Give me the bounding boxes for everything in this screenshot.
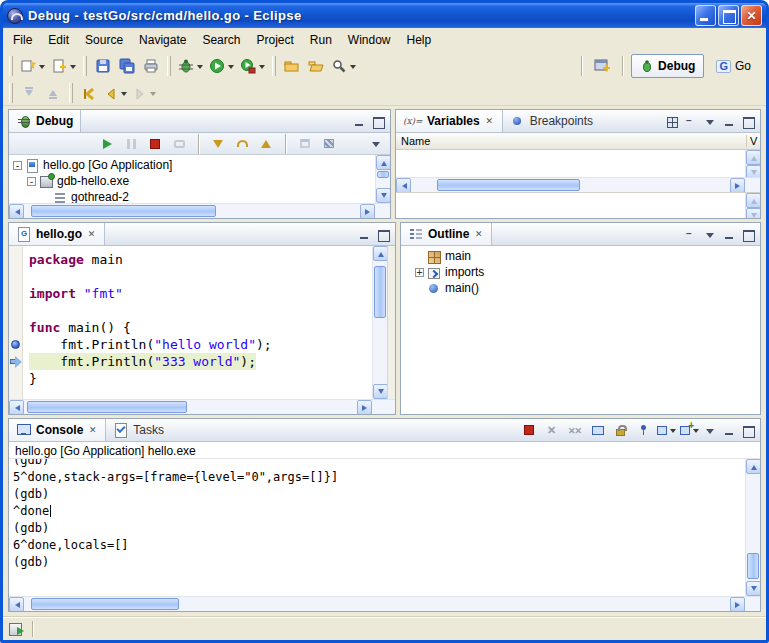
external-tools-button[interactable] (237, 54, 268, 78)
resume-button[interactable] (97, 134, 117, 154)
debug-vertical-scrollbar[interactable] (375, 155, 390, 203)
console-output[interactable]: (gdb)5^done,stack-args=[frame={level="0"… (9, 459, 745, 596)
tree-expander-icon[interactable]: - (27, 177, 36, 186)
scrollbar-thumb[interactable] (27, 401, 187, 413)
outline-item[interactable]: +imports (411, 264, 760, 280)
next-annotation-button[interactable] (17, 81, 41, 105)
variables-tree[interactable] (396, 150, 745, 177)
previous-annotation-button[interactable] (41, 81, 65, 105)
new-wizard-button[interactable] (17, 54, 48, 78)
save-all-button[interactable] (115, 54, 139, 78)
code-line[interactable]: package main (29, 251, 372, 268)
tree-expander-icon[interactable]: + (415, 268, 424, 277)
scroll-right-button[interactable] (360, 204, 375, 218)
scroll-down-button[interactable] (746, 581, 760, 596)
view-menu-button[interactable] (703, 424, 718, 437)
code-line[interactable]: import "fmt" (29, 285, 372, 302)
view-menu-button[interactable] (369, 137, 384, 150)
show-stdout-button[interactable] (657, 421, 676, 439)
print-button[interactable] (139, 54, 163, 78)
step-into-button[interactable] (208, 134, 228, 154)
new-file-button[interactable] (48, 54, 79, 78)
maximize-view-button[interactable] (741, 424, 756, 437)
show-logical-structure-button[interactable] (665, 115, 680, 128)
minimize-view-button[interactable] (722, 228, 737, 241)
terminate-button[interactable] (519, 421, 538, 439)
remove-all-launches-button[interactable] (565, 421, 584, 439)
tab-variables[interactable]: Variables (396, 110, 503, 132)
debug-tree-item[interactable]: gothread-2 (9, 189, 375, 203)
menu-help[interactable]: Help (399, 29, 440, 51)
back-button[interactable] (101, 81, 130, 105)
step-over-button[interactable] (232, 134, 252, 154)
detail-vertical-scrollbar[interactable] (745, 193, 760, 218)
maximize-view-button[interactable] (741, 228, 756, 241)
console-vertical-scrollbar[interactable] (745, 459, 760, 596)
menu-search[interactable]: Search (194, 29, 248, 51)
minimize-view-button[interactable] (722, 115, 737, 128)
search-button[interactable] (328, 54, 359, 78)
maximize-view-button[interactable] (371, 115, 386, 128)
code-line[interactable]: fmt.Println("333 world"); (29, 353, 372, 370)
disconnect-button[interactable] (169, 134, 189, 154)
code-line[interactable] (29, 268, 372, 285)
editor-vertical-scrollbar[interactable] (372, 246, 387, 399)
scroll-right-button[interactable] (730, 597, 745, 611)
scroll-lock-button[interactable] (611, 421, 630, 439)
scrollbar-track[interactable] (376, 170, 390, 188)
toolbar-grip[interactable] (83, 56, 87, 76)
tab-hello-go[interactable]: hello.go (9, 223, 105, 245)
perspective-go-button[interactable]: G Go (707, 54, 760, 78)
menu-run[interactable]: Run (302, 29, 340, 51)
toolbar-grip[interactable] (69, 83, 73, 103)
close-tab-icon[interactable] (484, 116, 495, 127)
variables-vertical-scrollbar[interactable] (745, 150, 760, 177)
minimize-view-button[interactable] (722, 424, 737, 437)
scroll-up-button[interactable] (746, 193, 760, 208)
scrollbar-thumb[interactable] (374, 266, 386, 318)
code-line[interactable]: } (29, 370, 372, 387)
debug-tree-item[interactable]: -hello.go [Go Application] (9, 157, 375, 173)
debug-tree-item[interactable]: -gdb-hello.exe (9, 173, 375, 189)
collapse-all-button[interactable] (684, 115, 699, 128)
scrollbar-track[interactable] (24, 400, 357, 414)
console-horizontal-scrollbar[interactable] (9, 597, 745, 611)
menu-window[interactable]: Window (340, 29, 399, 51)
close-tab-icon[interactable] (473, 229, 484, 240)
scrollbar-track[interactable] (24, 597, 730, 611)
scrollbar-thumb[interactable] (377, 171, 389, 178)
use-step-filters-button[interactable] (319, 134, 339, 154)
scroll-down-button[interactable] (746, 208, 760, 218)
perspective-debug-button[interactable]: Debug (631, 54, 704, 78)
tab-outline[interactable]: Outline (401, 223, 492, 245)
maximize-view-button[interactable] (741, 115, 756, 128)
menu-project[interactable]: Project (248, 29, 301, 51)
scroll-down-button[interactable] (373, 384, 388, 399)
remove-launch-button[interactable] (542, 421, 561, 439)
variables-detail-pane[interactable] (396, 192, 760, 218)
save-button[interactable] (91, 54, 115, 78)
menu-source[interactable]: Source (77, 29, 131, 51)
editor-horizontal-scrollbar[interactable] (9, 400, 372, 414)
pin-console-button[interactable] (634, 421, 653, 439)
tab-debug[interactable]: Debug (9, 110, 81, 132)
run-dropdown-button[interactable] (206, 54, 237, 78)
close-tab-icon[interactable] (87, 425, 98, 436)
scrollbar-track[interactable] (411, 178, 730, 192)
drop-to-frame-button[interactable] (295, 134, 315, 154)
suspend-button[interactable] (121, 134, 141, 154)
maximize-button[interactable] (718, 5, 739, 26)
editor-ruler[interactable] (9, 246, 23, 399)
tab-tasks[interactable]: Tasks (106, 419, 171, 441)
fast-view-icon[interactable] (8, 621, 26, 637)
toolbar-grip[interactable] (167, 56, 171, 76)
scroll-right-button[interactable] (357, 400, 372, 414)
minimize-view-button[interactable] (357, 228, 372, 241)
toolbar-grip[interactable] (272, 56, 276, 76)
overview-ruler[interactable] (387, 246, 395, 399)
scrollbar-track[interactable] (24, 204, 360, 218)
menu-file[interactable]: File (5, 29, 40, 51)
tree-expander-icon[interactable]: - (13, 161, 22, 170)
view-menu-button[interactable] (703, 115, 718, 128)
open-console-button[interactable] (680, 421, 699, 439)
